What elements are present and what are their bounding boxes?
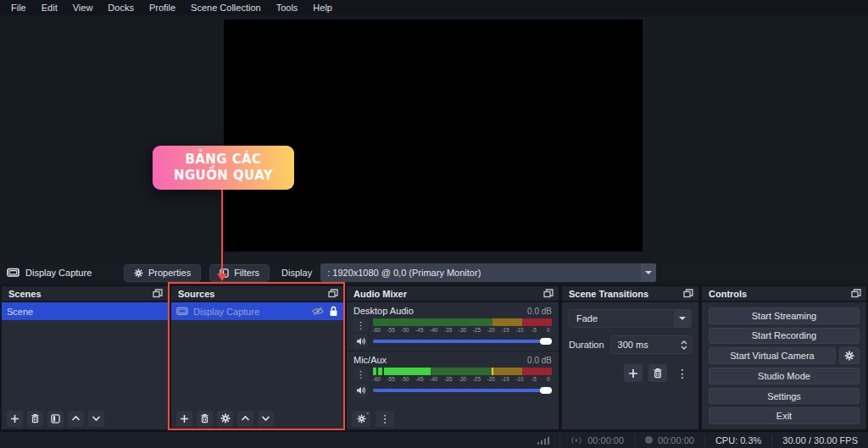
- preview-area: [0, 15, 868, 261]
- source-properties-button[interactable]: [217, 411, 233, 427]
- fps-indicator: 30.00 / 30.00 FPS: [772, 432, 868, 448]
- duration-spinbox[interactable]: 300 ms: [610, 335, 692, 354]
- mixer-options-kebab-icon[interactable]: ⋮: [376, 411, 394, 427]
- move-scene-up-button[interactable]: [68, 411, 84, 427]
- preview-canvas[interactable]: [224, 19, 643, 252]
- transition-select[interactable]: Fade: [569, 309, 692, 328]
- menu-view[interactable]: View: [65, 1, 101, 14]
- menu-edit[interactable]: Edit: [34, 1, 65, 14]
- menu-help[interactable]: Help: [305, 1, 340, 14]
- channel-name: Mic/Aux: [353, 355, 387, 365]
- duration-value: 300 ms: [611, 340, 677, 350]
- audio-mixer-panel-title: Audio Mixer: [353, 289, 407, 299]
- stream-timer: 00:00:00: [560, 432, 634, 448]
- scenes-footer-toolbar: [2, 407, 168, 429]
- sources-panel: Sources Display Capture: [171, 286, 343, 429]
- transition-options-kebab-icon[interactable]: ⋮: [673, 364, 692, 382]
- move-source-up-button[interactable]: [237, 411, 253, 427]
- scene-transitions-panel-title: Scene Transitions: [569, 289, 648, 299]
- properties-button[interactable]: Properties: [124, 264, 201, 282]
- display-select[interactable]: : 1920x1080 @ 0,0 (Primary Monitor): [320, 263, 656, 282]
- chevron-down-icon: [641, 263, 656, 282]
- popout-icon[interactable]: [328, 289, 338, 298]
- move-scene-down-button[interactable]: [88, 411, 104, 427]
- exit-button[interactable]: Exit: [709, 407, 860, 424]
- speaker-icon[interactable]: [353, 335, 368, 348]
- sources-panel-title: Sources: [178, 289, 214, 299]
- annotation-badge: BẢNG CÁC NGUỒN QUAY: [153, 146, 294, 190]
- sources-footer-toolbar: [171, 407, 343, 429]
- remove-transition-button[interactable]: [648, 364, 667, 382]
- sources-list: Display Capture: [171, 302, 343, 407]
- sources-panel-header: Sources: [171, 286, 343, 302]
- transition-select-value: Fade: [570, 313, 674, 324]
- popout-icon[interactable]: [153, 289, 163, 298]
- move-source-down-button[interactable]: [258, 411, 274, 427]
- add-source-button[interactable]: [176, 411, 192, 427]
- volume-slider[interactable]: [373, 384, 552, 395]
- selected-source-indicator: Display Capture: [7, 268, 121, 279]
- annotation-arrow-line: [221, 190, 223, 274]
- broadcast-icon: [570, 436, 582, 445]
- display-label: Display: [281, 268, 312, 278]
- meter-scale: -60 -55 -50 -45 -40 -35 -30 -25 -20 -15: [373, 376, 552, 384]
- menu-profile[interactable]: Profile: [142, 1, 183, 14]
- eye-slash-icon[interactable]: [312, 307, 324, 316]
- audio-mixer-footer: ° ⋮: [347, 407, 559, 429]
- display-select-value: : 1920x1080 @ 0,0 (Primary Monitor): [320, 268, 641, 278]
- menu-file[interactable]: File: [3, 1, 34, 14]
- channel-options-kebab-icon[interactable]: ⋮: [353, 368, 368, 381]
- popout-icon[interactable]: [683, 289, 693, 298]
- filters-button-label: Filters: [234, 268, 259, 278]
- connection-signal-indicator: [527, 432, 560, 448]
- scenes-panel: Scenes Scene: [2, 286, 168, 429]
- menu-docks[interactable]: Docks: [100, 1, 142, 14]
- settings-button[interactable]: Settings: [709, 388, 860, 405]
- chevron-down-icon: [674, 310, 691, 327]
- docks-area: Scenes Scene: [0, 285, 868, 430]
- channel-name: Desktop Audio: [353, 306, 414, 316]
- scene-transitions-panel: Scene Transitions Fade Duration 300 ms: [562, 286, 698, 429]
- scene-transitions-panel-header: Scene Transitions: [562, 286, 698, 302]
- audio-mixer-body: Desktop Audio 0.0 dB ⋮: [347, 302, 559, 407]
- scenes-panel-title: Scenes: [8, 289, 42, 299]
- mixer-channel-desktop-audio: Desktop Audio 0.0 dB ⋮: [347, 302, 559, 348]
- properties-button-label: Properties: [148, 268, 191, 278]
- annotation-arrow-head-icon: [217, 274, 227, 281]
- volume-slider-knob[interactable]: [540, 338, 552, 345]
- menu-scene-collection[interactable]: Scene Collection: [183, 1, 269, 14]
- scene-transitions-body: Fade Duration 300 ms: [562, 302, 698, 429]
- start-recording-button[interactable]: Start Recording: [709, 328, 860, 345]
- source-toolbar: Display Capture Properties Filters Displ…: [0, 261, 868, 285]
- controls-panel-title: Controls: [709, 289, 747, 299]
- annotation-badge-line2: NGUỒN QUAY: [174, 168, 273, 184]
- remove-scene-button[interactable]: [27, 411, 43, 427]
- record-icon: [645, 436, 653, 444]
- add-scene-button[interactable]: [7, 411, 23, 427]
- volume-slider[interactable]: [373, 335, 552, 346]
- signal-bars-icon: [537, 436, 550, 445]
- add-transition-button[interactable]: [624, 364, 643, 382]
- volume-slider-knob[interactable]: [540, 387, 552, 394]
- popout-icon[interactable]: [543, 289, 554, 298]
- speaker-icon[interactable]: [353, 384, 368, 397]
- channel-options-kebab-icon[interactable]: ⋮: [353, 318, 368, 332]
- source-list-item[interactable]: Display Capture: [171, 302, 343, 320]
- popout-icon[interactable]: [851, 289, 861, 298]
- advanced-audio-gear-icon[interactable]: °: [352, 411, 370, 427]
- stream-time-value: 00:00:00: [587, 435, 624, 445]
- start-virtual-camera-button[interactable]: Start Virtual Camera: [709, 347, 836, 364]
- studio-mode-button[interactable]: Studio Mode: [709, 368, 860, 384]
- scene-list-item[interactable]: Scene: [2, 302, 168, 320]
- controls-panel-header: Controls: [702, 286, 866, 302]
- start-streaming-button[interactable]: Start Streaming: [709, 307, 860, 324]
- scene-filters-button[interactable]: [47, 411, 64, 427]
- remove-source-button[interactable]: [197, 411, 213, 427]
- lock-icon[interactable]: [329, 306, 338, 317]
- record-timer: 00:00:00: [635, 432, 704, 448]
- duration-label: Duration: [569, 340, 604, 350]
- selected-source-label: Display Capture: [25, 268, 92, 278]
- virtual-camera-settings-button[interactable]: [839, 347, 860, 364]
- scenes-panel-header: Scenes: [2, 286, 168, 302]
- menu-tools[interactable]: Tools: [269, 1, 306, 14]
